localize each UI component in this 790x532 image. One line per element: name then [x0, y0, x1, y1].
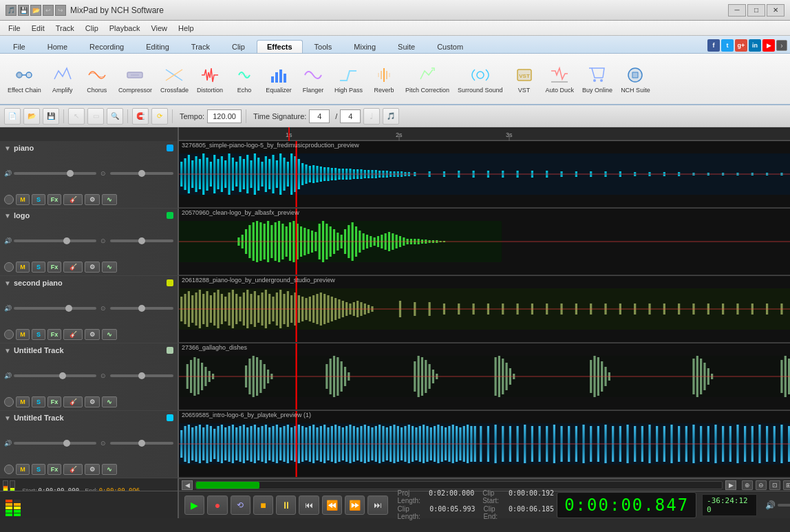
- waveform-untitled-2[interactable]: 20659585_intro-logo-6_by_playtek_preview…: [179, 411, 790, 478]
- toolbar-cursor[interactable]: ↖: [68, 108, 85, 125]
- ribbon-flanger[interactable]: Flanger: [297, 58, 330, 100]
- settings-btn-u2[interactable]: ⚙: [85, 464, 100, 475]
- toolbar-loop[interactable]: ⟳: [151, 108, 168, 125]
- tab-mixing[interactable]: Mixing: [343, 40, 386, 53]
- solo-btn-piano[interactable]: S: [32, 194, 45, 205]
- skip-back-button[interactable]: ⏮: [299, 496, 319, 515]
- zoom-fit-btn[interactable]: ⊡: [769, 480, 780, 490]
- volume-slider-piano[interactable]: [14, 172, 96, 175]
- tab-custom[interactable]: Custom: [427, 40, 473, 53]
- ribbon-reverb[interactable]: Reverb: [367, 58, 401, 100]
- solo-btn-u2[interactable]: S: [32, 464, 45, 475]
- horizontal-scrollbar[interactable]: [195, 481, 723, 489]
- skip-forward-button[interactable]: ⏭: [367, 496, 387, 515]
- minimize-button[interactable]: ─: [728, 4, 746, 17]
- instrument-btn-sp[interactable]: 🎸: [63, 329, 83, 340]
- pan-slider-logo[interactable]: [110, 240, 173, 242]
- ribbon-chorus[interactable]: Chorus: [81, 58, 114, 100]
- toolbar-save[interactable]: 💾: [43, 108, 59, 125]
- youtube-icon[interactable]: ▶: [762, 39, 775, 52]
- ribbon-distortion[interactable]: Distortion: [193, 58, 226, 100]
- tab-tools[interactable]: Tools: [304, 40, 343, 53]
- play-button[interactable]: ▶: [184, 496, 204, 515]
- open-icon-tb[interactable]: 📂: [30, 5, 41, 16]
- tab-recording[interactable]: Recording: [79, 40, 134, 53]
- fx-btn-u2[interactable]: Fx: [47, 464, 61, 475]
- zoom-in-btn[interactable]: ⊕: [742, 480, 753, 490]
- tab-home[interactable]: Home: [37, 40, 78, 53]
- solo-btn-u1[interactable]: S: [32, 396, 45, 407]
- ribbon-buy-online[interactable]: Buy Online: [579, 58, 616, 100]
- rewind-button[interactable]: ⏪: [322, 496, 342, 515]
- volume-slider-untitled-2[interactable]: [14, 442, 96, 445]
- loop-button[interactable]: ⟲: [231, 496, 250, 515]
- stop-button[interactable]: ■: [253, 496, 273, 515]
- arm-btn-u2[interactable]: [4, 465, 14, 474]
- mute-btn-u2[interactable]: M: [16, 464, 30, 475]
- volume-slider-logo[interactable]: [14, 240, 96, 242]
- arm-btn-logo[interactable]: [4, 262, 14, 272]
- ribbon-surround-sound[interactable]: Surround Sound: [454, 58, 506, 100]
- solo-btn-sp[interactable]: S: [32, 329, 45, 340]
- fast-forward-button[interactable]: ⏩: [345, 496, 365, 515]
- track-expand-second-piano[interactable]: ▼: [4, 279, 11, 287]
- ribbon-compressor[interactable]: Compressor: [115, 58, 156, 100]
- linkedin-icon[interactable]: in: [749, 39, 761, 52]
- scroll-left-btn[interactable]: ◀: [182, 480, 193, 490]
- save-icon-tb[interactable]: 💾: [18, 5, 29, 16]
- fx-btn-logo[interactable]: Fx: [47, 262, 61, 273]
- arm-btn-piano[interactable]: [4, 195, 14, 204]
- waveform-piano[interactable]: 3276805_simple-piano-logo-5_by_fredimusi…: [179, 141, 790, 208]
- mute-btn-u1[interactable]: M: [16, 396, 30, 407]
- eq-btn-u2[interactable]: ∿: [102, 464, 117, 475]
- volume-slider-untitled-1[interactable]: [14, 374, 96, 377]
- master-volume-slider[interactable]: [778, 504, 790, 507]
- track-expand-untitled-1[interactable]: ▼: [4, 347, 11, 354]
- toolbar-count-in[interactable]: 🎵: [383, 108, 399, 125]
- ribbon-echo[interactable]: Echo: [228, 58, 261, 100]
- settings-btn-piano[interactable]: ⚙: [85, 194, 100, 205]
- tab-track[interactable]: Track: [181, 40, 220, 53]
- tab-file[interactable]: File: [3, 40, 36, 53]
- track-expand-untitled-2[interactable]: ▼: [4, 414, 11, 422]
- toolbar-new[interactable]: 📄: [4, 108, 21, 125]
- instrument-btn-logo[interactable]: 🎸: [63, 262, 83, 273]
- pan-slider-untitled-1[interactable]: [110, 374, 173, 377]
- ribbon-effect-chain[interactable]: Effect Chain: [4, 58, 45, 100]
- undo-icon-tb[interactable]: ↩: [43, 5, 54, 16]
- record-button[interactable]: ●: [207, 496, 227, 515]
- fx-btn-u1[interactable]: Fx: [47, 396, 61, 407]
- fx-btn-sp[interactable]: Fx: [47, 329, 61, 340]
- instrument-btn-piano[interactable]: 🎸: [63, 194, 83, 205]
- twitter-icon[interactable]: t: [721, 39, 734, 52]
- time-sig-den-input[interactable]: [340, 109, 361, 123]
- waveform-second-piano[interactable]: 20618288_piano-logo_by_underground_studi…: [179, 276, 790, 343]
- mute-btn-piano[interactable]: M: [16, 194, 30, 205]
- ribbon-high-pass[interactable]: High Pass: [331, 58, 366, 100]
- settings-btn-u1[interactable]: ⚙: [85, 396, 100, 407]
- mute-btn-sp[interactable]: M: [16, 329, 30, 340]
- more-social-icon[interactable]: ›: [776, 40, 787, 51]
- toolbar-metronome[interactable]: ♩: [363, 108, 380, 125]
- ribbon-equalizer[interactable]: Equalizer: [262, 58, 295, 100]
- track-expand-piano[interactable]: ▼: [4, 145, 11, 152]
- window-controls[interactable]: ─ □ ✕: [728, 4, 784, 17]
- settings-btn-logo[interactable]: ⚙: [85, 262, 100, 273]
- tab-clip[interactable]: Clip: [222, 40, 255, 53]
- toolbar-open[interactable]: 📂: [23, 108, 40, 125]
- mute-btn-logo[interactable]: M: [16, 262, 30, 273]
- ribbon-nch-suite[interactable]: NCH Suite: [617, 58, 654, 100]
- eq-btn-u1[interactable]: ∿: [102, 396, 117, 407]
- ribbon-vst[interactable]: VST VST: [508, 58, 541, 100]
- pause-button[interactable]: ⏸: [276, 496, 296, 515]
- pan-slider-piano[interactable]: [110, 172, 173, 175]
- close-button[interactable]: ✕: [767, 4, 784, 17]
- solo-btn-logo[interactable]: S: [32, 262, 45, 273]
- scroll-right-btn[interactable]: ▶: [725, 480, 736, 490]
- redo-icon-tb[interactable]: ↪: [55, 5, 66, 16]
- tab-editing[interactable]: Editing: [136, 40, 180, 53]
- eq-btn-sp[interactable]: ∿: [102, 329, 117, 340]
- menu-help[interactable]: Help: [173, 21, 200, 35]
- title-bar-icons[interactable]: 🎵 💾 📂 ↩ ↪: [6, 5, 66, 16]
- maximize-button[interactable]: □: [747, 4, 765, 17]
